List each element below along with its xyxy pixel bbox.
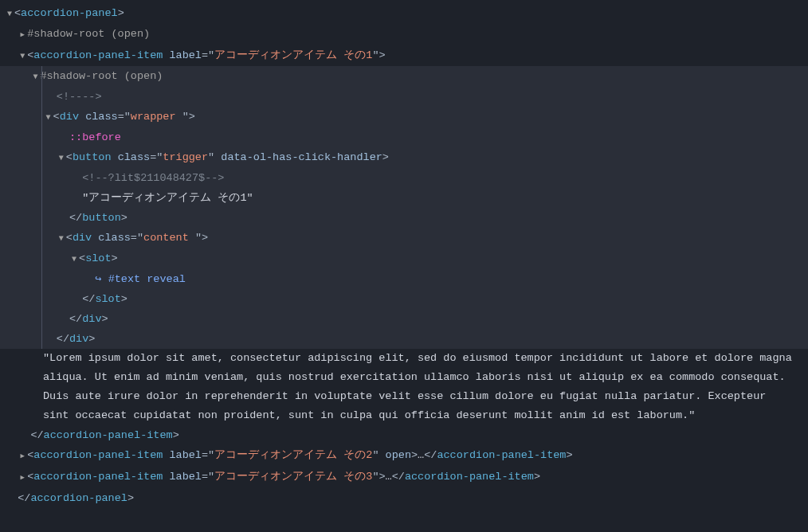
dom-node[interactable]: <button class="trigger" data-ol-has-clic… bbox=[0, 147, 808, 168]
chevron-down-icon[interactable] bbox=[30, 66, 40, 87]
dom-node[interactable]: <accordion-panel-item label="アコーディオンアイテム… bbox=[0, 45, 808, 66]
close-tag[interactable]: </div> bbox=[0, 329, 808, 349]
close-tag[interactable]: </accordion-panel-item> bbox=[0, 425, 808, 445]
chevron-down-icon[interactable] bbox=[69, 248, 79, 269]
chevron-down-icon[interactable] bbox=[57, 228, 66, 248]
close-tag[interactable]: </slot> bbox=[0, 289, 808, 309]
dom-node[interactable]: <accordion-panel-item label="アコーディオンアイテム… bbox=[0, 467, 808, 488]
dom-tree-panel[interactable]: <accordion-panel> #shadow-root (open) <a… bbox=[0, 3, 808, 508]
chevron-down-icon[interactable] bbox=[18, 45, 27, 66]
pseudo-element[interactable]: ::before bbox=[0, 127, 808, 147]
dom-node[interactable]: <accordion-panel> bbox=[0, 3, 808, 24]
shadow-root-node[interactable]: #shadow-root (open) bbox=[0, 24, 808, 45]
chevron-down-icon[interactable] bbox=[44, 107, 53, 127]
comment-node[interactable]: <!--?lit$211048427$--> bbox=[0, 168, 808, 188]
dom-node[interactable]: <div class="wrapper "> bbox=[0, 107, 808, 127]
chevron-right-icon[interactable] bbox=[18, 467, 27, 488]
text-node[interactable]: "アコーディオンアイテム その1" bbox=[0, 188, 808, 208]
chevron-down-icon[interactable] bbox=[5, 3, 14, 24]
comment-node[interactable]: <!----> bbox=[0, 87, 808, 107]
chevron-right-icon[interactable] bbox=[18, 24, 27, 45]
dom-node[interactable]: <slot> bbox=[0, 248, 808, 269]
shadow-root-node[interactable]: #shadow-root (open) bbox=[0, 66, 808, 87]
chevron-right-icon[interactable] bbox=[18, 445, 27, 467]
dom-node[interactable]: <accordion-panel-item label="アコーディオンアイテム… bbox=[0, 445, 808, 467]
chevron-down-icon[interactable] bbox=[57, 147, 66, 168]
close-tag[interactable]: </div> bbox=[0, 309, 808, 329]
close-tag[interactable]: </accordion-panel> bbox=[0, 488, 808, 508]
reveal-link[interactable]: ↪ #text reveal bbox=[0, 269, 808, 289]
close-tag[interactable]: </button> bbox=[0, 208, 808, 228]
dom-node[interactable]: <div class="content "> bbox=[0, 228, 808, 248]
text-node[interactable]: "Lorem ipsum dolor sit amet, consectetur… bbox=[0, 349, 808, 425]
